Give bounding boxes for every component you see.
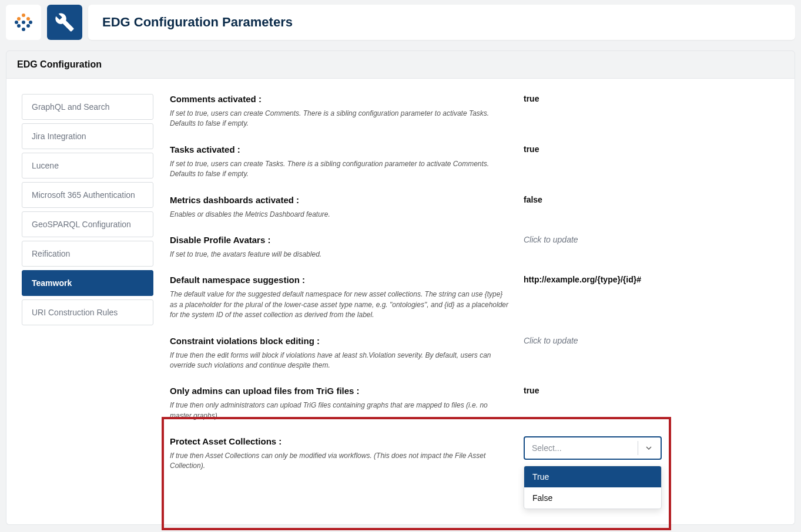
page-title-card: EDG Configuration Parameters: [88, 5, 795, 40]
svg-point-1: [17, 17, 21, 21]
param-description: If set to true, users can create Comment…: [170, 109, 510, 129]
param-value[interactable]: Click to update: [524, 336, 662, 371]
top-bar: EDG Configuration Parameters: [0, 0, 801, 45]
svg-point-0: [22, 14, 25, 17]
param-value[interactable]: Click to update: [524, 235, 662, 260]
protect-select[interactable]: Select...: [524, 436, 662, 460]
params-content: Comments activated :If set to true, user…: [170, 94, 779, 524]
config-button[interactable]: [47, 5, 82, 40]
param-row: Metrics dashboards activated :Enables or…: [170, 195, 773, 220]
sidebar-item-teamwork[interactable]: Teamwork: [22, 270, 153, 296]
sidebar: GraphQL and SearchJira IntegrationLucene…: [22, 94, 153, 524]
sidebar-item-geosparql-configuration[interactable]: GeoSPARQL Configuration: [22, 211, 153, 237]
page-title: EDG Configuration Parameters: [102, 15, 293, 30]
param-description: If true then only administrators can upl…: [170, 400, 510, 421]
param-label-block: Metrics dashboards activated :Enables or…: [170, 195, 510, 220]
param-description: If true then the edit forms will block i…: [170, 351, 510, 371]
dropdown-option-true[interactable]: True: [524, 466, 661, 487]
param-row: Only admins can upload files from TriG f…: [170, 386, 773, 421]
sidebar-item-reification[interactable]: Reification: [22, 241, 153, 267]
param-description: If true then Asset Collections can only …: [170, 451, 510, 472]
param-value[interactable]: http://example.org/{type}/{id}#: [524, 275, 662, 320]
param-label-block: Tasks activated :If set to true, users c…: [170, 144, 510, 180]
param-title: Constraint violations block editing :: [170, 336, 510, 346]
sidebar-item-graphql-and-search[interactable]: GraphQL and Search: [22, 94, 153, 120]
param-title: Disable Profile Avatars :: [170, 235, 510, 245]
section-header: EDG Configuration: [6, 50, 795, 79]
param-protect-asset-collections: Protect Asset Collections : If true then…: [170, 436, 773, 524]
param-value-cell: Select... TrueFalse: [524, 436, 662, 472]
sidebar-item-jira-integration[interactable]: Jira Integration: [22, 123, 153, 149]
param-value[interactable]: true: [524, 144, 662, 180]
svg-point-2: [26, 17, 30, 21]
wrench-icon: [55, 12, 75, 32]
param-title: Tasks activated :: [170, 144, 510, 154]
svg-point-5: [29, 21, 32, 24]
param-title: Comments activated :: [170, 94, 510, 104]
sidebar-item-microsoft-365-authentication[interactable]: Microsoft 365 Authentication: [22, 182, 153, 208]
select-wrapper: Select... TrueFalse: [524, 436, 662, 460]
param-value[interactable]: false: [524, 195, 662, 220]
sidebar-item-lucene[interactable]: Lucene: [22, 153, 153, 179]
param-label-block: Constraint violations block editing :If …: [170, 336, 510, 371]
param-row: Comments activated :If set to true, user…: [170, 94, 773, 129]
param-title: Only admins can upload files from TriG f…: [170, 386, 510, 396]
sidebar-item-uri-construction-rules[interactable]: URI Construction Rules: [22, 299, 153, 325]
select-dropdown: TrueFalse: [524, 466, 662, 509]
param-row: Default namespace suggestion :The defaul…: [170, 275, 773, 320]
param-label-block: Default namespace suggestion :The defaul…: [170, 275, 510, 320]
param-value[interactable]: true: [524, 386, 662, 421]
svg-point-3: [22, 21, 25, 24]
param-description: If set to true, users can create Tasks. …: [170, 159, 510, 180]
param-label-block: Disable Profile Avatars :If set to true,…: [170, 235, 510, 260]
param-title: Protect Asset Collections :: [170, 436, 510, 446]
param-description: The default value for the suggested defa…: [170, 289, 510, 320]
param-description: Enables or disables the Metrics Dashboar…: [170, 210, 510, 220]
param-title: Metrics dashboards activated :: [170, 195, 510, 205]
param-row: Disable Profile Avatars :If set to true,…: [170, 235, 773, 260]
dropdown-option-false[interactable]: False: [524, 487, 661, 509]
param-label-block: Comments activated :If set to true, user…: [170, 94, 510, 129]
chevron-down-icon: [638, 441, 653, 455]
svg-point-4: [15, 21, 18, 24]
param-value[interactable]: true: [524, 94, 662, 129]
param-title: Default namespace suggestion :: [170, 275, 510, 285]
param-label-block: Only admins can upload files from TriG f…: [170, 386, 510, 421]
param-row: Tasks activated :If set to true, users c…: [170, 144, 773, 180]
param-label-block: Protect Asset Collections : If true then…: [170, 436, 510, 472]
svg-point-7: [26, 24, 30, 28]
svg-point-8: [22, 28, 25, 31]
svg-point-6: [17, 24, 21, 28]
select-placeholder: Select...: [532, 443, 562, 453]
param-description: If set to true, the avatars feature will…: [170, 250, 510, 260]
main-content: GraphQL and SearchJira IntegrationLucene…: [6, 79, 795, 525]
param-row: Constraint violations block editing :If …: [170, 336, 773, 371]
logo-icon: [13, 12, 34, 33]
app-logo[interactable]: [6, 5, 41, 40]
